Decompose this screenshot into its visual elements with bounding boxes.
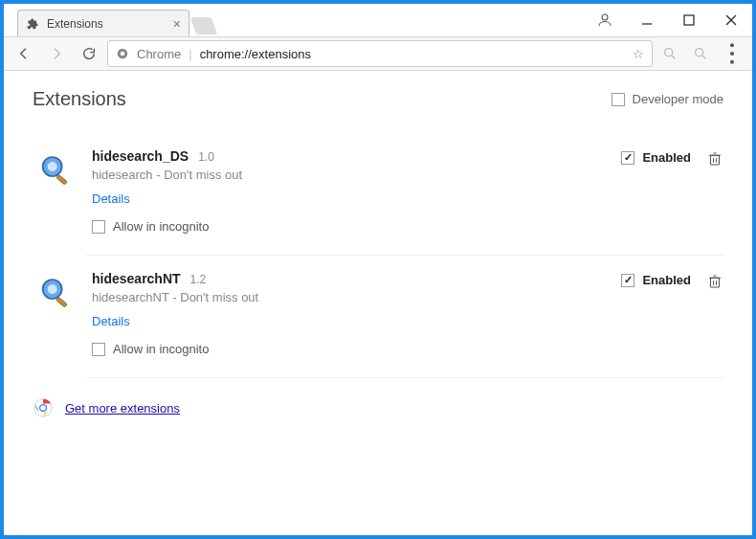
allow-incognito-label: Allow in incognito	[113, 342, 209, 356]
extension-name: hidesearch_DS	[92, 148, 189, 164]
tab-close-icon[interactable]: ×	[173, 16, 181, 32]
svg-rect-16	[56, 174, 68, 185]
svg-rect-17	[711, 155, 720, 165]
extension-main: hidesearchNT 1.2 hidesearchNT - Don't mi…	[92, 271, 621, 356]
extension-version: 1.0	[198, 150, 214, 164]
enabled-checkbox[interactable]	[621, 274, 634, 287]
allow-incognito-toggle[interactable]: Allow in incognito	[92, 342, 621, 356]
delete-extension-button[interactable]	[706, 273, 723, 290]
enabled-toggle[interactable]: Enabled	[621, 273, 691, 287]
back-button[interactable]	[10, 39, 38, 68]
separator	[86, 377, 723, 378]
svg-point-32	[40, 405, 46, 411]
extension-main: hidesearch_DS 1.0 hidesearch - Don't mis…	[92, 148, 621, 234]
extension-name: hidesearchNT	[92, 271, 181, 286]
omnibox-host: Chrome	[137, 47, 181, 61]
page-title: Extensions	[33, 88, 611, 110]
get-more-extensions-link[interactable]: Get more extensions	[65, 401, 180, 415]
svg-point-13	[730, 60, 734, 64]
bookmark-star-icon[interactable]: ☆	[633, 47, 644, 61]
svg-point-7	[665, 49, 673, 56]
extension-version: 1.2	[190, 273, 207, 286]
svg-rect-2	[684, 15, 694, 25]
extension-action-1[interactable]	[656, 40, 683, 67]
maximize-button[interactable]	[668, 6, 710, 34]
extension-row: hidesearch_DS 1.0 hidesearch - Don't mis…	[33, 133, 723, 255]
chrome-page-icon	[116, 47, 129, 60]
developer-mode-toggle[interactable]: Developer mode	[611, 92, 723, 106]
svg-line-10	[702, 56, 705, 58]
svg-point-12	[730, 52, 734, 56]
extension-description: hidesearch - Don't miss out	[92, 168, 621, 182]
extension-row: hidesearchNT 1.2 hidesearchNT - Don't mi…	[33, 256, 723, 377]
allow-incognito-checkbox[interactable]	[92, 220, 105, 234]
extension-controls: Enabled	[621, 148, 723, 234]
titlebar: Extensions ×	[4, 4, 752, 36]
allow-incognito-toggle[interactable]: Allow in incognito	[92, 219, 621, 234]
get-more-extensions: Get more extensions	[33, 397, 723, 418]
minimize-button[interactable]	[626, 6, 668, 34]
svg-point-9	[696, 49, 703, 56]
svg-line-8	[672, 56, 675, 58]
chrome-store-icon	[33, 397, 54, 418]
menu-button[interactable]	[718, 39, 746, 68]
toolbar: Chrome | chrome://extensions ☆	[4, 36, 752, 71]
forward-button[interactable]	[42, 39, 71, 68]
tabstrip: Extensions ×	[4, 4, 584, 36]
svg-point-23	[48, 284, 57, 294]
omnibox-path: chrome://extensions	[200, 47, 311, 61]
enabled-checkbox[interactable]	[621, 151, 634, 165]
extension-details-link[interactable]: Details	[92, 314, 621, 328]
enabled-toggle[interactable]: Enabled	[621, 150, 691, 165]
extension-description: hidesearchNT - Don't miss out	[92, 290, 621, 304]
extension-controls: Enabled	[621, 271, 723, 356]
extension-action-2[interactable]	[687, 40, 714, 67]
extension-icon	[33, 148, 78, 194]
delete-extension-button[interactable]	[706, 150, 723, 168]
enabled-label: Enabled	[642, 150, 691, 165]
svg-rect-25	[711, 278, 720, 287]
extension-details-link[interactable]: Details	[92, 191, 621, 206]
close-button[interactable]	[710, 6, 752, 34]
browser-tab[interactable]: Extensions ×	[17, 10, 189, 36]
allow-incognito-checkbox[interactable]	[92, 343, 105, 356]
svg-point-0	[602, 14, 608, 20]
developer-mode-checkbox[interactable]	[611, 93, 625, 106]
svg-point-6	[121, 52, 125, 56]
address-bar[interactable]: Chrome | chrome://extensions ☆	[107, 40, 653, 67]
svg-rect-24	[56, 297, 68, 307]
enabled-label: Enabled	[642, 273, 691, 287]
extension-icon	[33, 271, 78, 317]
window-controls	[626, 4, 752, 36]
svg-point-15	[48, 162, 57, 171]
reload-button[interactable]	[75, 39, 103, 68]
profile-button[interactable]	[584, 4, 626, 36]
developer-mode-label: Developer mode	[633, 92, 723, 106]
svg-point-11	[730, 43, 734, 47]
page-content: Extensions Developer mode hidesearch_DS …	[4, 71, 752, 535]
puzzle-icon	[26, 17, 39, 31]
tab-title: Extensions	[47, 17, 166, 31]
new-tab-button[interactable]	[190, 17, 218, 34]
allow-incognito-label: Allow in incognito	[113, 219, 209, 234]
page-header: Extensions Developer mode	[33, 88, 723, 110]
